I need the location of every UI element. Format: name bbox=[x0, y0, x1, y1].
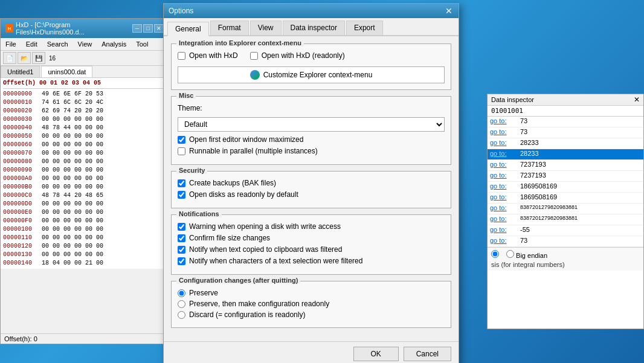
table-row: 000000C048 78 44 20 48 65 bbox=[3, 191, 166, 200]
hxd-statusbar: Offset(h): 0 bbox=[1, 333, 169, 344]
backups-checkbox[interactable] bbox=[178, 179, 185, 187]
offset-label: 00000070 bbox=[3, 149, 39, 158]
parallel-label[interactable]: Runnable in parallel (multiple instances… bbox=[178, 147, 445, 155]
goto-link[interactable]: go to: bbox=[488, 182, 518, 192]
save-btn[interactable]: 💾 bbox=[32, 52, 45, 64]
offset-label: 000000C0 bbox=[3, 191, 39, 200]
menu-analysis[interactable]: Analysis bbox=[99, 39, 129, 49]
menu-edit[interactable]: Edit bbox=[24, 39, 40, 49]
offset-label: 00000000 bbox=[3, 90, 39, 98]
open-hxd-label[interactable]: Open with HxD bbox=[178, 51, 238, 60]
open-hxd-checkbox[interactable] bbox=[178, 52, 185, 60]
inspector-value: 73 bbox=[518, 236, 530, 246]
misc-section: Misc Theme: Default Dark Light Open firs… bbox=[171, 96, 451, 165]
table-row: 0000000049 6E 6E 6F 20 53 bbox=[3, 90, 166, 98]
readonly-disks-checkbox[interactable] bbox=[178, 191, 185, 199]
menu-view[interactable]: View bbox=[76, 39, 95, 49]
big-endian-radio[interactable] bbox=[506, 250, 514, 258]
goto-link[interactable]: go to: bbox=[488, 193, 518, 203]
tab-data-inspector[interactable]: Data inspector bbox=[283, 21, 345, 35]
preserve-readonly-label[interactable]: Preserve, then make configuration readon… bbox=[178, 300, 445, 308]
hxd-tabs: Untitled1 unins000.dat bbox=[1, 66, 169, 78]
tab-unins000[interactable]: unins000.dat bbox=[41, 66, 92, 77]
tab-view[interactable]: View bbox=[250, 21, 282, 35]
offset-label: 00000100 bbox=[3, 225, 39, 234]
menu-tool[interactable]: Tool bbox=[134, 39, 150, 49]
hex-bytes: 00 00 00 00 00 00 bbox=[42, 208, 166, 217]
new-btn[interactable]: 📄 bbox=[3, 52, 16, 64]
table-row: 0000010000 00 00 00 00 00 bbox=[3, 225, 166, 234]
goto-link[interactable]: go to: bbox=[488, 236, 518, 246]
goto-link[interactable]: go to: bbox=[488, 225, 518, 236]
discard-label[interactable]: Discard (= configuration is readonly) bbox=[178, 310, 445, 319]
inspector-footer-text: sis (for integral numbers) bbox=[491, 261, 640, 268]
inspector-row: go to: 8387201279820983881 bbox=[488, 204, 643, 214]
inspector-value: 1869508169 bbox=[518, 193, 559, 203]
readonly-disks-label[interactable]: Open disks as readonly by default bbox=[178, 190, 445, 199]
file-size-label[interactable]: Confirm file size changes bbox=[178, 234, 445, 242]
preserve-readonly-radio[interactable] bbox=[178, 300, 185, 308]
open-readonly-checkbox[interactable] bbox=[250, 52, 258, 60]
dialog-titlebar: Options ✕ bbox=[164, 4, 459, 18]
disk-write-label[interactable]: Warning when opening a disk with write a… bbox=[178, 222, 445, 231]
tab-general[interactable]: General bbox=[167, 22, 209, 36]
menu-search[interactable]: Search bbox=[45, 39, 71, 49]
little-endian-label[interactable] bbox=[491, 250, 499, 259]
clipboard-checkbox[interactable] bbox=[178, 246, 185, 254]
minimize-btn[interactable]: ─ bbox=[132, 24, 142, 33]
preserve-radio[interactable] bbox=[178, 289, 185, 297]
goto-link[interactable]: go to: bbox=[488, 149, 518, 159]
tab-export[interactable]: Export bbox=[346, 21, 383, 35]
hxd-titlebar: H HxD - [C:\Program Files\HxD\unins000.d… bbox=[1, 19, 169, 38]
customize-explorer-button[interactable]: Customize Explorer context-menu bbox=[178, 66, 445, 83]
table-row: 000000B000 00 00 00 00 00 bbox=[3, 183, 166, 191]
open-maximized-label[interactable]: Open first editor window maximized bbox=[178, 135, 445, 144]
binary-display: 01001001 bbox=[488, 106, 643, 117]
goto-link[interactable]: go to: bbox=[488, 214, 518, 225]
close-btn[interactable]: ✕ bbox=[154, 24, 164, 33]
goto-link[interactable]: go to: bbox=[488, 127, 518, 138]
dialog-body: Integration into Explorer context-menu O… bbox=[164, 36, 459, 341]
hex-editor[interactable]: Offset(h) 00 01 02 03 04 05 0000000049 6… bbox=[1, 78, 169, 269]
big-endian-label[interactable]: Big endian bbox=[506, 250, 547, 259]
file-size-checkbox[interactable] bbox=[178, 234, 185, 242]
tab-untitled1[interactable]: Untitled1 bbox=[1, 66, 40, 77]
clipboard-label[interactable]: Notify when text copied to clipboard was… bbox=[178, 245, 445, 254]
discard-radio[interactable] bbox=[178, 311, 185, 319]
inspector-value: 7237193 bbox=[518, 160, 549, 170]
inspector-close-icon[interactable]: ✕ bbox=[634, 95, 640, 104]
offset-label: 00000110 bbox=[3, 234, 39, 242]
goto-link[interactable]: go to: bbox=[488, 204, 518, 214]
theme-select[interactable]: Default Dark Light bbox=[178, 117, 445, 132]
config-section-title: Configuration changes (after quitting) bbox=[176, 277, 300, 284]
selection-checkbox[interactable] bbox=[178, 257, 185, 265]
ok-button[interactable]: OK bbox=[353, 347, 399, 361]
open-btn[interactable]: 📂 bbox=[18, 52, 31, 64]
goto-link[interactable]: go to: bbox=[488, 171, 518, 181]
maximize-btn[interactable]: □ bbox=[143, 24, 153, 33]
parallel-checkbox[interactable] bbox=[178, 147, 185, 155]
cancel-button[interactable]: Cancel bbox=[404, 347, 451, 361]
open-maximized-checkbox[interactable] bbox=[178, 136, 185, 144]
goto-link[interactable]: go to: bbox=[488, 160, 518, 170]
table-row: 0000012000 00 00 00 00 00 bbox=[3, 242, 166, 251]
goto-link[interactable]: go to: bbox=[488, 117, 518, 127]
endian-radio-group: Big endian bbox=[491, 250, 640, 259]
open-readonly-label[interactable]: Open with HxD (readonly) bbox=[250, 51, 345, 60]
goto-link[interactable]: go to: bbox=[488, 138, 518, 149]
table-row: 0000002062 69 74 20 20 20 bbox=[3, 107, 166, 115]
hex-bytes: 48 78 44 00 00 00 bbox=[42, 124, 166, 132]
dialog-close-icon[interactable]: ✕ bbox=[444, 6, 454, 16]
hxd-window: H HxD - [C:\Program Files\HxD\unins000.d… bbox=[0, 18, 169, 344]
selection-label[interactable]: Notify when characters of a text selecti… bbox=[178, 257, 445, 265]
hex-bytes: 00 00 00 00 00 00 bbox=[42, 234, 166, 242]
offset-label: 00000080 bbox=[3, 158, 39, 166]
tab-format[interactable]: Format bbox=[210, 21, 249, 35]
preserve-label[interactable]: Preserve bbox=[178, 289, 445, 297]
little-endian-radio[interactable] bbox=[491, 250, 499, 258]
backups-label[interactable]: Create backups (BAK files) bbox=[178, 179, 445, 187]
disk-write-checkbox[interactable] bbox=[178, 223, 185, 231]
offset-label: 00000060 bbox=[3, 141, 39, 149]
table-row: 0000014018 04 00 00 21 00 bbox=[3, 259, 166, 268]
menu-file[interactable]: File bbox=[3, 39, 19, 49]
